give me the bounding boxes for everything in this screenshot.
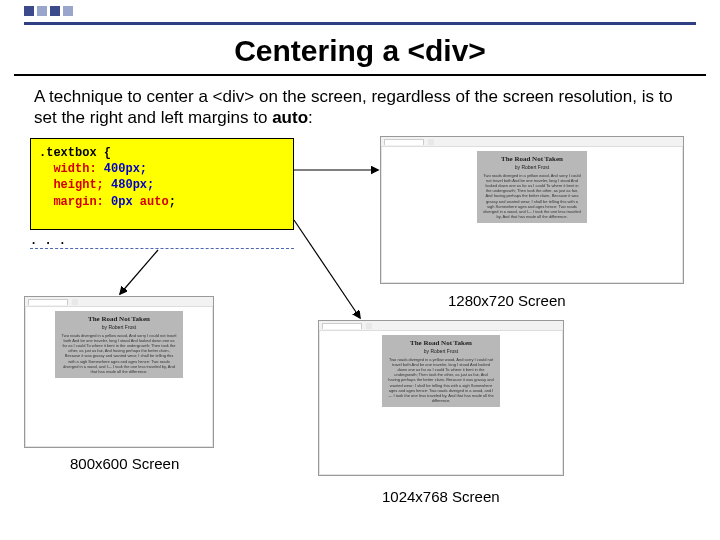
poem-author: by Robert Frost <box>483 164 581 171</box>
poem-author: by Robert Frost <box>61 324 177 331</box>
poem-body: Two roads diverged in a yellow wood, And… <box>61 333 177 375</box>
screenshot-800x600: The Road Not Taken by Robert Frost Two r… <box>24 296 214 448</box>
poem-title: The Road Not Taken <box>61 315 177 324</box>
poem-body: Two roads diverged in a yellow wood, And… <box>388 357 494 404</box>
svg-line-2 <box>294 220 360 318</box>
caption-1280: 1280x720 Screen <box>448 292 566 309</box>
screenshot-1024x768: The Road Not Taken by Robert Frost Two r… <box>318 320 564 476</box>
poem-body: Two roads diverged in a yellow wood, And… <box>483 173 581 220</box>
poem-title: The Road Not Taken <box>483 155 581 164</box>
svg-line-1 <box>120 250 158 294</box>
screenshot-1280x720: The Road Not Taken by Robert Frost Two r… <box>380 136 684 284</box>
poem-title: The Road Not Taken <box>388 339 494 348</box>
caption-800: 800x600 Screen <box>70 455 179 472</box>
caption-1024: 1024x768 Screen <box>382 488 500 505</box>
poem-author: by Robert Frost <box>388 348 494 355</box>
